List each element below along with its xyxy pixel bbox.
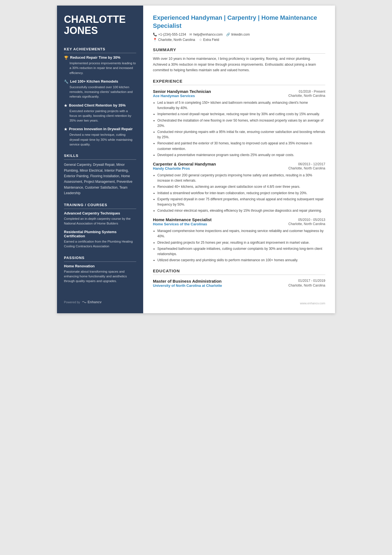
job-company-3: Home Services of the Carolinas — [153, 222, 207, 226]
summary-text: With over 10 years in home maintenance, … — [153, 56, 325, 73]
passions-list: Home Renovation Passionate about transfo… — [64, 264, 136, 284]
edu-degree-1: Master of Business Administration — [153, 279, 222, 283]
edu-school-1: University of North Carolina at Charlott… — [153, 283, 222, 288]
contact-phone: 📞 +1-(234)-555-1234 — [153, 33, 186, 36]
contact-location: 📍 Charlotte, North Carolina — [153, 38, 195, 42]
job-bullets-1: Led a team of 5 in completing 150+ kitch… — [153, 100, 325, 158]
edu-dates-1: 01/2017 - 01/2019 — [298, 279, 325, 283]
achievement-1: 🏆 Reduced Repair Time by 30% Implemented… — [64, 55, 136, 75]
job-dates-2: 06/2013 - 12/2017 — [298, 162, 325, 166]
achievement-2: 🔧 Led 100+ Kitchen Remodels Successfully… — [64, 79, 136, 99]
bullet-2-3: Initiated a streamlined workflow for int… — [157, 191, 325, 196]
contact-extra: ☆ Extra Field — [199, 38, 219, 42]
training-title-2: Residential Plumbing Systems Certificati… — [64, 230, 136, 238]
bullet-2-1: Completed over 200 general carpentry pro… — [157, 173, 325, 183]
job-3: Home Maintenance Specialist 05/2010 - 05… — [153, 217, 325, 263]
achievement-icon-3: ★ — [64, 103, 67, 108]
job-location-3: Charlotte, North Carolina — [288, 222, 325, 226]
achievement-4: ★ Process Innovation in Drywall Repair D… — [64, 127, 136, 147]
skills-text: General Carpentry, Drywall Repair, Minor… — [64, 162, 136, 196]
achievement-title-2: Led 100+ Kitchen Remodels — [70, 79, 118, 83]
achievement-title-3: Boosted Client Retention by 35% — [69, 103, 126, 107]
summary-section-title: SUMMARY — [153, 47, 325, 54]
contact-row-2: 📍 Charlotte, North Carolina ☆ Extra Fiel… — [153, 38, 325, 42]
powered-by-label: Powered by — [64, 300, 80, 304]
education-1: Master of Business Administration 01/201… — [153, 279, 325, 288]
achievements-section-title: KEY ACHIEVEMENTS — [64, 47, 136, 53]
achievement-icon-2: 🔧 — [64, 80, 68, 84]
location-icon: 📍 — [153, 38, 157, 42]
bullet-1-5: Renovated and painted the exterior of 30… — [157, 141, 325, 151]
bullet-2-4: Expertly repaired drywall in over 75 dif… — [157, 197, 325, 207]
sidebar: CHARLOTTE JONES KEY ACHIEVEMENTS 🏆 Reduc… — [57, 6, 143, 313]
contact-linkedin: 🔗 linkedin.com — [226, 33, 250, 36]
passion-desc-1: Passionate about transforming spaces and… — [64, 269, 136, 284]
job-dates-1: 01/2018 - Present — [299, 89, 325, 93]
bullet-3-3: Spearheaded bathroom upgrade initiatives… — [157, 246, 325, 257]
job-location-2: Charlotte, North Carolina — [288, 166, 325, 170]
training-desc-2: Earned a certification from the Plumbing… — [64, 239, 136, 249]
achievement-icon-1: 🏆 — [64, 56, 68, 60]
job-title-2: Carpenter & General Handyman — [153, 162, 216, 166]
training-section-title: TRAINING / COURSES — [64, 203, 136, 209]
bullet-3-2: Directed painting projects for 25 homes … — [157, 240, 325, 245]
training-title-1: Advanced Carpentry Techniques — [64, 211, 136, 215]
main-title: Experienced Handyman | Carpentry | Home … — [153, 14, 325, 30]
bullet-1-3: Orchestrated the installation of new flo… — [157, 118, 325, 129]
achievement-desc-4: Devised a new repair technique, cutting … — [64, 132, 136, 147]
education-section-title: EDUCATION — [153, 268, 325, 275]
achievements-list: 🏆 Reduced Repair Time by 30% Implemented… — [64, 55, 136, 147]
job-title-1: Senior Handyman Technician — [153, 89, 211, 94]
achievement-title-1: Reduced Repair Time by 30% — [70, 55, 120, 60]
phone-icon: 📞 — [153, 33, 157, 36]
star-icon: ☆ — [199, 38, 202, 42]
job-title-3: Home Maintenance Specialist — [153, 217, 212, 222]
job-1: Senior Handyman Technician 01/2018 - Pre… — [153, 89, 325, 158]
achievement-icon-4: ★ — [64, 127, 67, 131]
main-footer: www.enhancv.com — [153, 302, 325, 305]
training-desc-1: Completed an in-depth carpentry course b… — [64, 216, 136, 226]
sidebar-footer: Powered by Enhancv — [64, 300, 136, 304]
training-list: Advanced Carpentry Techniques Completed … — [64, 211, 136, 249]
skills-section-title: SKILLS — [64, 154, 136, 160]
achievement-3: ★ Boosted Client Retention by 35% Execut… — [64, 103, 136, 123]
achievement-desc-2: Successfully coordinated over 100 kitche… — [64, 85, 136, 99]
achievement-desc-3: Executed exterior painting projects with… — [64, 109, 136, 123]
edu-location-1: Charlotte, North Carolina — [288, 283, 325, 288]
bullet-2-5: Conducted minor electrical repairs, elev… — [157, 208, 325, 213]
passions-section-title: PASSIONS — [64, 256, 136, 262]
experience-section-title: EXPERIENCE — [153, 79, 325, 85]
job-bullets-2: Completed over 200 general carpentry pro… — [153, 173, 325, 213]
contact-row-1: 📞 +1-(234)-555-1234 ✉ help@enhancv.com 🔗… — [153, 33, 325, 36]
bullet-1-2: Implemented a novel drywall repair techn… — [157, 112, 325, 117]
job-company-2: Handy Charlotte Pros — [153, 166, 190, 171]
bullet-1-4: Conducted minor plumbing repairs with a … — [157, 129, 325, 140]
main-content: Experienced Handyman | Carpentry | Home … — [143, 6, 335, 313]
job-2: Carpenter & General Handyman 06/2013 - 1… — [153, 162, 325, 213]
passion-title-1: Home Renovation — [64, 264, 136, 268]
email-icon: ✉ — [189, 33, 192, 36]
job-bullets-3: Managed comprehensive home inspections a… — [153, 228, 325, 263]
bullet-3-4: Utilized diverse carpentry and plumbing … — [157, 258, 325, 263]
job-company-1: Ace Handyman Services — [153, 94, 195, 98]
training-1: Advanced Carpentry Techniques Completed … — [64, 211, 136, 226]
contact-email: ✉ help@enhancv.com — [189, 33, 222, 36]
resume-container: CHARLOTTE JONES KEY ACHIEVEMENTS 🏆 Reduc… — [57, 6, 335, 313]
achievement-desc-1: Implemented process improvements leading… — [64, 61, 136, 75]
achievement-title-4: Process Innovation in Drywall Repair — [69, 127, 133, 131]
linkedin-icon: 🔗 — [226, 33, 230, 36]
bullet-2-2: Renovated 40+ kitchens, achieving an ave… — [157, 184, 325, 189]
bullet-1-1: Led a team of 5 in completing 150+ kitch… — [157, 100, 325, 111]
job-dates-3: 05/2010 - 05/2013 — [298, 217, 325, 222]
training-2: Residential Plumbing Systems Certificati… — [64, 230, 136, 249]
enhancv-logo: Enhancv — [82, 300, 101, 304]
bullet-3-1: Managed comprehensive home inspections a… — [157, 228, 325, 239]
job-location-1: Charlotte, North Carolina — [288, 94, 325, 98]
bullet-1-6: Developed a preventative maintenance pro… — [157, 152, 325, 158]
candidate-name: CHARLOTTE JONES — [64, 14, 136, 36]
